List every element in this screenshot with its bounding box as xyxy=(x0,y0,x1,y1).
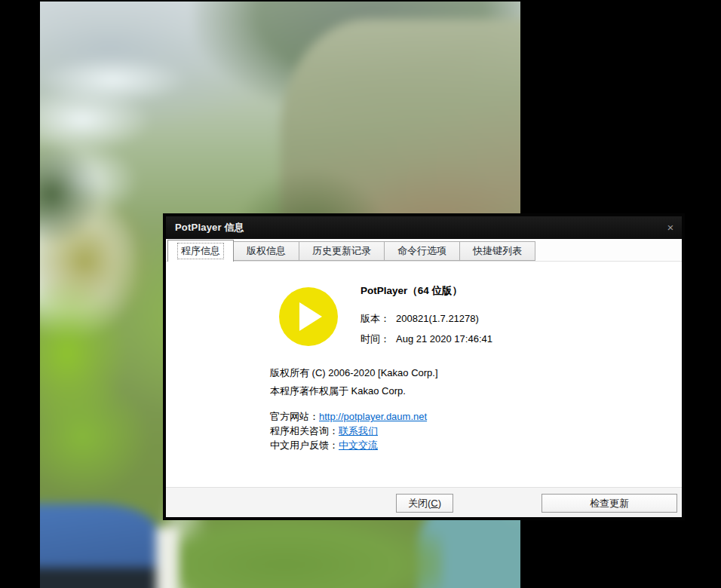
copyright-line-2: 本程序著作权属于 Kakao Corp. xyxy=(270,384,406,398)
close-button[interactable]: 关闭(C) xyxy=(396,494,453,513)
website-link[interactable]: http://potplayer.daum.net xyxy=(319,411,427,422)
about-dialog: PotPlayer 信息 × 程序信息 版权信息 历史更新记录 命令行选项 快捷… xyxy=(163,213,685,520)
tab-copyright-info[interactable]: 版权信息 xyxy=(234,241,299,261)
product-title: PotPlayer（64 位版） xyxy=(360,284,462,298)
link-row-website: 官方网站：http://potplayer.daum.net xyxy=(270,409,427,424)
tab-commandline-options[interactable]: 命令行选项 xyxy=(385,241,460,261)
chinese-forum-link[interactable]: 中文交流 xyxy=(339,439,378,451)
dialog-footer: 关闭(C) 检查更新 xyxy=(166,487,682,517)
version-row: 版本：200821(1.7.21278) xyxy=(360,312,479,326)
website-label: 官方网站： xyxy=(270,411,319,422)
about-dialog-body: PotPlayer 信息 × 程序信息 版权信息 历史更新记录 命令行选项 快捷… xyxy=(166,216,682,517)
copyright-line-1: 版权所有 (C) 2006-2020 [Kakao Corp.] xyxy=(270,366,438,380)
links-block: 官方网站：http://potplayer.daum.net 程序相关咨询：联系… xyxy=(270,409,427,452)
build-date-row: 时间：Aug 21 2020 17:46:41 xyxy=(360,332,492,346)
contact-link[interactable]: 联系我们 xyxy=(339,425,378,436)
build-date-label: 时间： xyxy=(360,333,390,345)
play-icon xyxy=(299,302,322,331)
tab-strip: 程序信息 版权信息 历史更新记录 命令行选项 快捷键列表 xyxy=(166,239,682,262)
link-row-chinese-forum: 中文用户反馈：中文交流 xyxy=(270,438,427,452)
chinese-forum-label: 中文用户反馈： xyxy=(270,439,339,451)
dialog-title: PotPlayer 信息 xyxy=(166,221,244,234)
version-value: 200821(1.7.21278) xyxy=(396,313,479,324)
close-mnemonic: C xyxy=(431,498,437,509)
build-date-value: Aug 21 2020 17:46:41 xyxy=(396,333,492,345)
contact-label: 程序相关咨询： xyxy=(270,425,339,436)
dialog-titlebar[interactable]: PotPlayer 信息 × xyxy=(166,216,682,239)
close-icon[interactable]: × xyxy=(659,216,682,239)
tab-hotkey-list[interactable]: 快捷键列表 xyxy=(460,241,535,261)
version-label: 版本： xyxy=(360,313,390,324)
player-window-background: PotPlayer 信息 × 程序信息 版权信息 历史更新记录 命令行选项 快捷… xyxy=(0,0,721,588)
tab-update-history[interactable]: 历史更新记录 xyxy=(299,241,385,261)
potplayer-logo xyxy=(279,287,338,346)
check-update-button[interactable]: 检查更新 xyxy=(542,494,677,513)
tab-program-info[interactable]: 程序信息 xyxy=(167,240,234,262)
link-row-contact: 程序相关咨询：联系我们 xyxy=(270,424,427,438)
